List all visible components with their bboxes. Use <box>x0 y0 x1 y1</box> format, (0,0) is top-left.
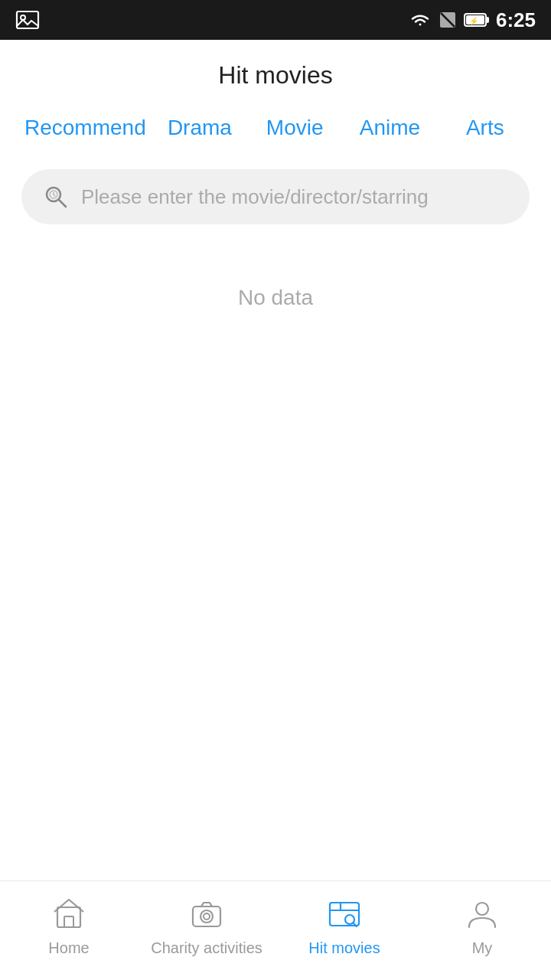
nav-item-home[interactable]: Home <box>0 895 138 957</box>
photo-icon <box>15 8 40 32</box>
status-bar-right: ⚡ 6:25 <box>409 8 536 32</box>
svg-line-9 <box>59 200 66 207</box>
search-icon <box>43 184 69 210</box>
tab-recommend[interactable]: Recommend <box>18 105 152 151</box>
nav-label-home: Home <box>48 939 89 957</box>
svg-rect-5 <box>486 17 489 23</box>
movies-icon <box>325 895 364 933</box>
nav-item-charity[interactable]: Charity activities <box>138 895 276 957</box>
nav-label-my: My <box>472 939 493 957</box>
svg-rect-18 <box>330 903 359 926</box>
tab-drama[interactable]: Drama <box>152 105 247 151</box>
svg-rect-14 <box>64 916 73 927</box>
nav-item-my[interactable]: My <box>413 895 551 957</box>
no-data-area: No data <box>0 240 551 880</box>
main-content: Hit movies Recommend Drama Movie Anime A… <box>0 40 551 880</box>
svg-point-16 <box>201 910 213 923</box>
svg-line-12 <box>54 194 55 196</box>
bottom-nav: Home Charity activities <box>0 880 551 980</box>
svg-rect-0 <box>17 11 38 28</box>
nav-label-charity: Charity activities <box>151 939 262 957</box>
search-bar <box>21 169 530 224</box>
nav-label-hit-movies: Hit movies <box>308 939 380 957</box>
my-icon <box>463 895 501 933</box>
no-data-text: No data <box>238 286 313 310</box>
search-input[interactable] <box>81 185 508 209</box>
charity-icon <box>187 895 226 933</box>
svg-point-17 <box>204 913 210 920</box>
status-bar-left <box>15 8 40 32</box>
status-time: 6:25 <box>496 8 536 32</box>
tab-anime[interactable]: Anime <box>342 105 437 151</box>
tab-movie[interactable]: Movie <box>247 105 342 151</box>
wifi-icon <box>409 11 432 28</box>
nav-item-hit-movies[interactable]: Hit movies <box>276 895 413 957</box>
battery-icon: ⚡ <box>464 11 490 28</box>
page-title: Hit movies <box>0 40 551 105</box>
category-tabs: Recommend Drama Movie Anime Arts <box>0 105 551 151</box>
tab-arts[interactable]: Arts <box>438 105 533 151</box>
search-bar-wrapper <box>0 151 551 240</box>
svg-text:⚡: ⚡ <box>469 16 479 26</box>
home-icon <box>50 895 88 933</box>
svg-point-23 <box>476 903 488 915</box>
status-bar: ⚡ 6:25 <box>0 0 551 40</box>
sim-icon <box>438 10 458 30</box>
